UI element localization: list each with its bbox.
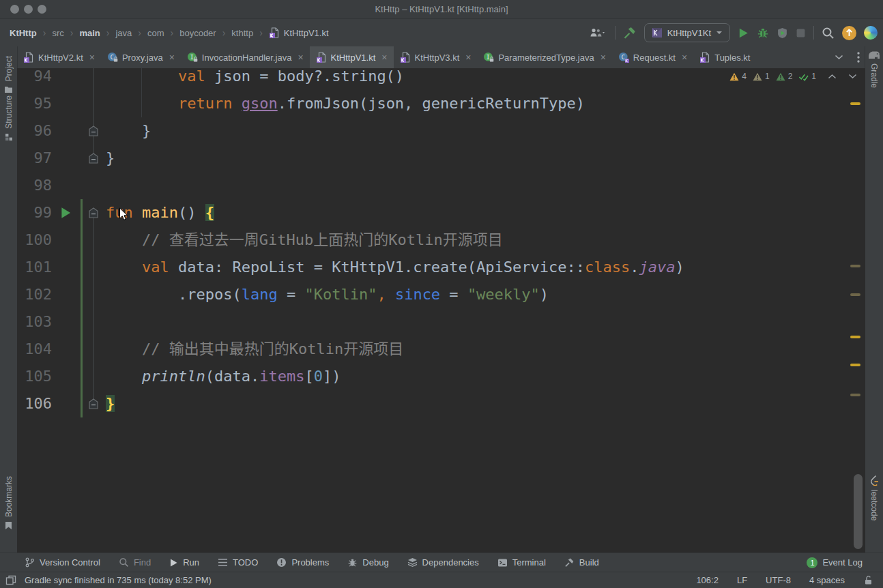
tool-stripe-structure[interactable]: Structure <box>0 95 17 141</box>
toolwindow-button-build[interactable]: Build <box>564 557 599 568</box>
fold-marker-icon[interactable] <box>89 207 98 218</box>
inspection-warning[interactable]: 4 <box>729 72 747 81</box>
tab-request-kt[interactable]: CRequest.kt× <box>612 46 693 68</box>
close-window-button[interactable] <box>10 5 19 14</box>
tab-invocationhandler-java[interactable]: IInvocationHandler.java× <box>181 46 310 68</box>
error-stripe-mark[interactable] <box>850 265 860 267</box>
kebab-menu-icon[interactable] <box>857 52 860 63</box>
toolwindow-button-terminal[interactable]: Terminal <box>497 557 546 568</box>
code-line[interactable]: println(data.items[0]) <box>106 363 341 390</box>
build-hammer-icon[interactable] <box>623 26 637 40</box>
close-icon[interactable]: × <box>600 53 606 62</box>
error-stripe-mark[interactable] <box>850 293 860 296</box>
tool-window-stack-icon[interactable] <box>5 575 16 585</box>
breadcrumb-item-kthttp[interactable]: KtHttp <box>10 28 37 38</box>
code-line[interactable]: return gson.fromJson(json, genericReturn… <box>106 90 585 117</box>
run-config-select[interactable]: KtHttpV1Kt <box>644 23 730 42</box>
file-encoding[interactable]: UTF-8 <box>766 575 791 585</box>
fold-marker-icon[interactable] <box>89 398 98 409</box>
indent-setting[interactable]: 4 spaces <box>809 575 845 585</box>
error-stripe-mark[interactable] <box>850 364 860 366</box>
mouse-cursor <box>119 207 129 224</box>
breadcrumb-item-src[interactable]: src <box>52 28 63 38</box>
toolwindow-button-run[interactable]: Run <box>169 557 199 568</box>
java-interface-locked-icon: I <box>483 52 494 63</box>
error-stripe-mark[interactable] <box>850 102 860 105</box>
tool-stripe-project[interactable]: Project <box>0 56 17 93</box>
prev-problem-icon[interactable] <box>828 74 837 79</box>
breadcrumb: KtHttp›src›main›java›com›boycoder›kthttp… <box>10 19 329 46</box>
fold-marker-icon[interactable] <box>89 126 98 136</box>
tab-tuples-kt[interactable]: Tuples.kt <box>693 46 756 68</box>
close-icon[interactable]: × <box>381 53 387 62</box>
inspection-grammar[interactable]: 2 <box>776 72 793 81</box>
title-bar: KtHttp – KtHttpV1.kt [KtHttp.main] <box>0 0 883 19</box>
update-icon[interactable] <box>842 26 856 40</box>
error-stripe-mark[interactable] <box>850 394 860 396</box>
line-ending[interactable]: LF <box>737 575 747 585</box>
stop-icon[interactable] <box>796 28 806 38</box>
tab-kthttpv2-kt[interactable]: KtHttpV2.kt× <box>17 46 101 68</box>
close-icon[interactable]: × <box>465 53 471 62</box>
code-line[interactable]: val data: RepoList = KtHttpV1.create(Api… <box>106 254 684 281</box>
close-icon[interactable]: × <box>169 53 175 62</box>
next-problem-icon[interactable] <box>848 74 857 79</box>
event-log-button[interactable]: 1 Event Log <box>807 557 863 568</box>
breadcrumb-item-kthttp[interactable]: kthttp <box>231 28 253 38</box>
breadcrumb-item-boycoder[interactable]: boycoder <box>179 28 216 38</box>
tool-stripe-bookmarks[interactable]: Bookmarks <box>0 476 17 530</box>
close-icon[interactable]: × <box>682 53 687 62</box>
code-line[interactable]: } <box>106 145 115 172</box>
code-line[interactable]: } <box>106 117 151 145</box>
event-log-label: Event Log <box>822 557 863 568</box>
toolwindow-button-dependencies[interactable]: Dependencies <box>407 557 479 568</box>
tab-proxy-java[interactable]: CProxy.java× <box>101 46 181 68</box>
run-line-icon[interactable] <box>60 206 72 220</box>
caret-position[interactable]: 106:2 <box>696 575 719 585</box>
status-message[interactable]: Gradle sync finished in 735 ms (today 8:… <box>25 575 212 585</box>
minimize-window-button[interactable] <box>24 5 33 14</box>
coverage-icon[interactable] <box>777 27 788 39</box>
breadcrumb-item-java[interactable]: java <box>115 28 132 38</box>
profile-ball-icon[interactable] <box>864 26 878 40</box>
lock-open-icon[interactable] <box>863 575 873 585</box>
code-line[interactable]: val json = body?.string() <box>106 68 404 90</box>
toolwindow-button-debug[interactable]: Debug <box>347 557 388 568</box>
breadcrumb-file[interactable]: KtHttpV1.kt <box>269 27 329 38</box>
toolwindow-button-problems[interactable]: Problems <box>276 557 329 568</box>
inspection-weak-warning[interactable]: 1 <box>753 72 770 81</box>
code-editor[interactable]: 949596979899100101102103104105106 val js… <box>17 68 865 553</box>
inspection-ok-check[interactable]: 1 <box>798 72 816 81</box>
search-icon[interactable] <box>822 27 835 40</box>
code-line[interactable]: } <box>106 390 115 417</box>
run-config-label: KtHttpV1Kt <box>667 28 711 38</box>
breadcrumb-item-main[interactable]: main <box>79 28 100 38</box>
users-icon[interactable] <box>590 27 607 38</box>
toolwindow-button-find[interactable]: Find <box>119 557 151 568</box>
fold-marker-icon[interactable] <box>89 153 98 164</box>
tab-kthttpv3-kt[interactable]: KtHttpV3.kt× <box>394 46 478 68</box>
leetcode-icon <box>869 475 879 486</box>
structure-icon <box>5 133 13 141</box>
toolwindow-button-version-control[interactable]: Version Control <box>25 557 100 568</box>
toolwindow-button-todo[interactable]: TODO <box>218 557 258 568</box>
breadcrumb-item-com[interactable]: com <box>147 28 164 38</box>
editor-scrollbar-thumb[interactable] <box>854 474 863 549</box>
breadcrumb-separator: › <box>222 27 226 38</box>
code-line[interactable]: // 输出其中最热门的Kotlin开源项目 <box>106 336 403 363</box>
tool-stripe-gradle[interactable]: Gradle <box>865 49 883 88</box>
tab-parameterizedtype-java[interactable]: IParameterizedType.java× <box>477 46 611 68</box>
close-icon[interactable]: × <box>298 53 303 62</box>
close-icon[interactable]: × <box>89 53 95 62</box>
debug-icon[interactable] <box>757 27 769 39</box>
chevron-down-icon[interactable] <box>835 55 843 60</box>
tab-kthttpv1-kt[interactable]: KtHttpV1.kt× <box>310 46 394 68</box>
code-line[interactable]: // 查看过去一周GitHub上面热门的Kotlin开源项目 <box>106 226 503 254</box>
kotlin-file-icon <box>316 52 327 63</box>
zoom-window-button[interactable] <box>38 5 46 14</box>
run-icon[interactable] <box>738 27 749 39</box>
java-class-locked-icon: C <box>107 52 118 63</box>
code-line[interactable]: .repos(lang = "Kotlin", since = "weekly"… <box>106 281 549 308</box>
error-stripe-mark[interactable] <box>850 336 860 338</box>
tool-stripe-leetcode[interactable]: leetcode <box>865 475 883 520</box>
